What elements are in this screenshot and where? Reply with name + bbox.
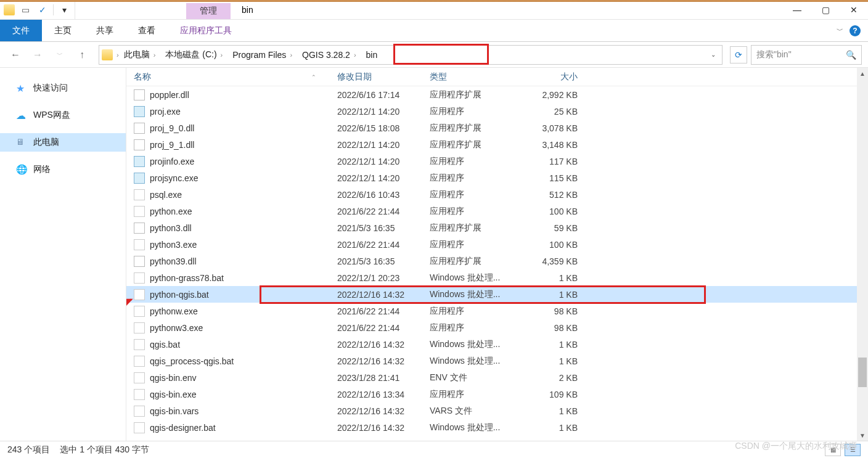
file-icon [134,306,145,317]
file-name: qgis-bin.vars [150,406,199,416]
scroll-up-icon[interactable]: ▲ [857,68,868,79]
nav-quick-access[interactable]: ★快速访问 [0,79,126,97]
file-row[interactable]: poppler.dll2022/6/16 17:14应用程序扩展2,992 KB [126,86,868,103]
file-size: 512 KB [522,190,578,200]
column-date[interactable]: 修改日期 [337,72,430,83]
scroll-down-icon[interactable]: ▼ [857,430,868,441]
breadcrumb-drive-c[interactable]: 本地磁盘 (C:)› [160,48,227,62]
back-button[interactable]: ← [6,46,25,64]
file-name: proj.exe [150,107,181,117]
close-button[interactable]: ✕ [840,0,868,19]
qat-overflow-icon[interactable]: ▾ [57,3,71,17]
file-icon [134,223,145,234]
file-size: 2,992 KB [522,90,578,100]
file-row[interactable]: proj_9_1.dll2022/12/1 14:20应用程序扩展3,148 K… [126,136,868,153]
file-type: 应用程序扩展 [430,139,522,150]
file-type: Windows 批处理... [430,422,522,433]
file-row[interactable]: qgis-bin.exe2022/12/16 13:34应用程序109 KB [126,386,868,403]
file-icon [134,272,145,284]
file-row[interactable]: python-qgis.bat2022/12/16 14:32Windows 批… [126,286,868,303]
file-row[interactable]: qgis_process-qgis.bat2022/12/16 14:32Win… [126,353,868,369]
file-row[interactable]: proj_9_0.dll2022/6/15 18:08应用程序扩展3,078 K… [126,120,868,136]
file-type: Windows 批处理... [430,289,522,300]
tab-share[interactable]: 共享 [84,20,126,41]
file-row[interactable]: python39.dll2021/5/3 16:35应用程序扩展4,359 KB [126,253,868,269]
address-bar[interactable]: › 此电脑› 本地磁盘 (C:)› Program Files› QGIS 3.… [99,45,723,65]
file-size: 3,148 KB [522,140,578,150]
file-row[interactable]: python-grass78.bat2022/12/1 20:23Windows… [126,269,868,286]
file-row[interactable]: pythonw.exe2021/6/22 21:44应用程序98 KB [126,303,868,319]
column-size[interactable]: 大小 [522,72,578,83]
file-row[interactable]: qgis.bat2022/12/16 14:32Windows 批处理...1 … [126,336,868,353]
breadcrumb-qgis[interactable]: QGIS 3.28.2› [297,49,361,61]
nav-network[interactable]: 🌐网络 [0,160,126,179]
forward-button[interactable]: → [28,46,47,64]
file-type: ENV 文件 [430,372,522,383]
tab-app-tools[interactable]: 应用程序工具 [168,20,244,41]
context-tab-manage[interactable]: 管理 [186,3,231,19]
help-icon[interactable]: ? [850,25,861,36]
column-name[interactable]: 名称⌃ [134,72,337,83]
ribbon-expand-icon[interactable]: ﹀ [837,26,843,35]
qat-checked-icon[interactable]: ✓ [36,3,49,17]
breadcrumb-this-pc[interactable]: 此电脑› [119,48,161,62]
breadcrumb-bin[interactable]: bin [361,49,383,61]
scrollbar-thumb[interactable] [858,358,867,387]
file-date: 2022/12/1 14:20 [337,173,430,183]
file-icon [134,239,145,250]
file-row[interactable]: qgis-bin.env2023/1/28 21:41ENV 文件2 KB [126,369,868,386]
file-row[interactable]: pythonw3.exe2021/6/22 21:44应用程序98 KB [126,319,868,336]
file-name: python.exe [150,207,192,216]
file-date: 2022/6/16 10:43 [337,190,430,200]
pc-icon: 🖥 [16,137,27,148]
file-size: 1 KB [522,356,578,366]
view-thumbnails-button[interactable]: ▦ [825,444,841,456]
file-date: 2022/12/1 20:23 [337,273,430,283]
tab-view[interactable]: 查看 [126,20,168,41]
search-icon[interactable]: 🔍 [846,50,856,60]
tab-home[interactable]: 主页 [42,20,84,41]
nav-wps-cloud[interactable]: ☁WPS网盘 [0,106,126,125]
column-type[interactable]: 类型 [430,72,522,83]
file-name: python-qgis.bat [150,290,209,300]
breadcrumb-program-files[interactable]: Program Files› [227,49,297,61]
file-size: 98 KB [522,323,578,333]
file-row[interactable]: psql.exe2022/6/16 10:43应用程序512 KB [126,186,868,203]
vertical-scrollbar[interactable]: ▲ ▼ [857,68,868,441]
globe-icon: 🌐 [16,164,27,175]
file-size: 2 KB [522,373,578,383]
search-input[interactable]: 搜索"bin" 🔍 [751,45,862,65]
file-tab[interactable]: 文件 [0,20,42,41]
file-row[interactable]: qgis-bin.vars2022/12/16 14:32VARS 文件1 KB [126,403,868,419]
file-date: 2022/12/16 14:32 [337,340,430,350]
minimize-button[interactable]: — [783,0,811,19]
file-row[interactable]: projinfo.exe2022/12/1 14:20应用程序117 KB [126,153,868,170]
file-row[interactable]: python3.exe2021/6/22 21:44应用程序100 KB [126,236,868,253]
refresh-button[interactable]: ⟳ [730,46,747,63]
qat-props-icon[interactable]: ▭ [18,3,32,17]
file-icon [134,339,145,350]
recent-dropdown-icon[interactable]: ﹀ [51,46,69,64]
up-button[interactable]: ↑ [73,46,91,64]
file-date: 2021/6/22 21:44 [337,207,430,216]
file-size: 109 KB [522,390,578,399]
view-details-button[interactable]: ☰ [845,444,861,456]
file-date: 2021/6/22 21:44 [337,306,430,316]
file-type: 应用程序扩展 [430,89,522,100]
file-size: 100 KB [522,207,578,216]
file-row[interactable]: python3.dll2021/5/3 16:35应用程序扩展59 KB [126,219,868,236]
navigation-pane: ★快速访问 ☁WPS网盘 🖥此电脑 🌐网络 [0,68,126,441]
file-row[interactable]: python.exe2021/6/22 21:44应用程序100 KB [126,203,868,219]
maximize-button[interactable]: ▢ [811,0,840,19]
contextual-tab-group: 管理 [186,0,231,19]
file-row[interactable]: qgis-designer.bat2022/12/16 14:32Windows… [126,419,868,436]
file-list-area: 名称⌃ 修改日期 类型 大小 poppler.dll2022/6/16 17:1… [126,68,868,441]
file-name: qgis-bin.exe [150,390,197,399]
qat-separator [53,4,54,15]
nav-this-pc[interactable]: 🖥此电脑 [0,133,126,152]
address-dropdown-icon[interactable]: ⌄ [711,51,716,58]
file-type: 应用程序扩展 [430,223,522,234]
file-row[interactable]: projsync.exe2022/12/1 14:20应用程序115 KB [126,170,868,186]
file-row[interactable]: proj.exe2022/12/1 14:20应用程序25 KB [126,103,868,120]
file-size: 4,359 KB [522,256,578,266]
